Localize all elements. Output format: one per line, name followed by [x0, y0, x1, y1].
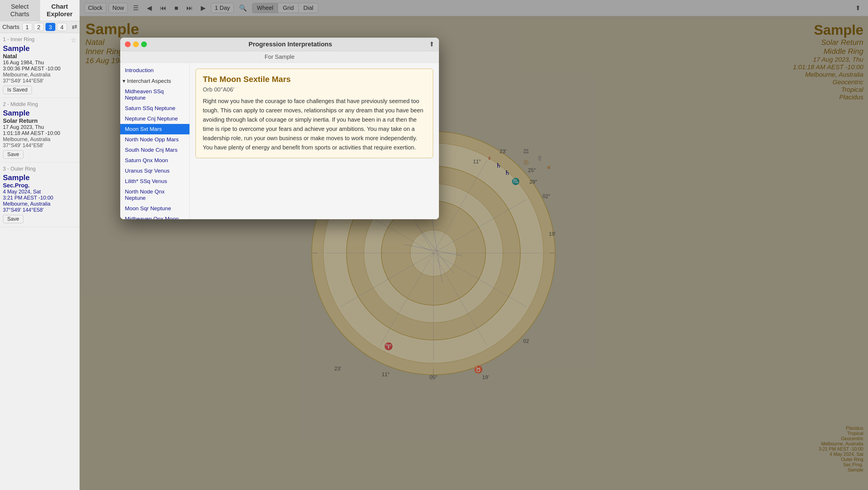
chart-3-time: 3:21 PM AEST -10:00: [3, 195, 76, 201]
modal-export-button[interactable]: ⬆: [429, 40, 434, 48]
chart-1-type: Natal: [3, 53, 76, 60]
nav-item-neptune-cnj-neptune[interactable]: Neptune Cnj Neptune: [120, 113, 189, 124]
nav-item-saturn-qnx-moon[interactable]: Saturn Qnx Moon: [120, 155, 189, 166]
chart-num-2[interactable]: 2: [34, 23, 44, 31]
chart-2-coords: 37°S49' 144°E58': [3, 142, 76, 149]
chart-panel-1: 1 - Inner Ring ☆ Sample Natal 16 Aug 198…: [0, 33, 80, 98]
chart-panel-2: 2 - Middle Ring Sample Solar Return 17 A…: [0, 98, 80, 162]
interpretation-text: Right now you have the courage to face c…: [203, 96, 426, 152]
nav-section-interchart[interactable]: ▾ Interchart Aspects: [120, 75, 189, 86]
chart-1-time: 3:00:36 PM AEST -10:00: [3, 66, 76, 72]
nav-item-south-node-cnj-mars[interactable]: South Node Cnj Mars: [120, 145, 189, 155]
modal-title: Progression Interpretations: [152, 40, 429, 48]
save-button-2[interactable]: Save: [3, 150, 24, 159]
tab-chart-explorer[interactable]: Chart Explorer: [40, 0, 80, 21]
interpretation-title: The Moon Sextile Mars: [203, 75, 426, 84]
chart-2-type: Solar Return: [3, 118, 76, 124]
charts-nav: Charts 1 2 3 4 ⇄: [0, 21, 80, 33]
chart-3-name: Sample: [3, 173, 76, 182]
interpretation-card: The Moon Sextile Mars Orb 00°A06' Right …: [195, 69, 433, 158]
chart-2-location: Melbourne, Australia: [3, 136, 76, 142]
chart-1-coords: 37°S49' 144°E58': [3, 78, 76, 84]
tab-select-charts[interactable]: Select Charts: [0, 0, 40, 21]
chart-2-ring-label: 2 - Middle Ring: [3, 101, 76, 107]
nav-item-north-node-opp-mars[interactable]: North Node Opp Mars: [120, 134, 189, 145]
chart-3-date: 4 May 2024, Sat: [3, 189, 76, 195]
nav-item-midheaven-ssq-neptune[interactable]: Midheaven SSq Neptune: [120, 86, 189, 103]
sidebar-tabs: Select Charts Chart Explorer: [0, 0, 80, 21]
chart-3-location: Melbourne, Australia: [3, 201, 76, 207]
modal-subtitle: For Sample: [120, 51, 439, 63]
shuffle-icon[interactable]: ⇄: [72, 23, 77, 31]
is-saved-button[interactable]: Is Saved: [3, 86, 32, 94]
nav-item-introduction[interactable]: Introduction: [120, 65, 189, 75]
modal-body: Introduction ▾ Interchart Aspects Midhea…: [120, 63, 439, 219]
nav-item-moon-sqr-neptune[interactable]: Moon Sqr Neptune: [120, 203, 189, 214]
traffic-lights: [125, 41, 147, 47]
modal-titlebar: Progression Interpretations ⬆: [120, 38, 439, 51]
chart-1-name: Sample: [3, 44, 76, 53]
modal-content: The Moon Sextile Mars Orb 00°A06' Right …: [190, 63, 439, 219]
nav-item-midheaven-qnx-moon[interactable]: Midheaven Qnx Moon: [120, 214, 189, 219]
chart-3-ring-label: 3 - Outer Ring: [3, 166, 76, 172]
nav-item-north-node-qnx-neptune[interactable]: North Node Qnx Neptune: [120, 187, 189, 203]
chart-1-location: Melbourne, Australia: [3, 72, 76, 78]
charts-label: Charts: [2, 24, 20, 30]
chart-num-3[interactable]: 3: [45, 23, 55, 31]
chart-3-coords: 37°S49' 144°E58': [3, 207, 76, 213]
chart-num-1[interactable]: 1: [22, 23, 32, 31]
chart-3-type: Sec.Prog.: [3, 182, 76, 189]
save-button-3[interactable]: Save: [3, 215, 24, 223]
main-area: Clock Now ☰ ◀ ⏮ ■ ⏭ ▶ 1 Day 🔍 Wheel Grid…: [80, 0, 868, 490]
star-icon-1[interactable]: ☆: [71, 36, 76, 44]
nav-item-moon-sxt-mars[interactable]: Moon Sxt Mars: [120, 124, 189, 134]
nav-item-saturn-ssq-neptune[interactable]: Saturn SSq Neptune: [120, 103, 189, 113]
chart-2-name: Sample: [3, 108, 76, 118]
chart-num-4[interactable]: 4: [57, 23, 67, 31]
chart-1-ring-label: 1 - Inner Ring: [3, 36, 34, 42]
interpretation-orb: Orb 00°A06': [203, 86, 426, 93]
modal-window: Progression Interpretations ⬆ For Sample…: [120, 38, 439, 219]
chart-1-header: 1 - Inner Ring ☆: [3, 36, 76, 44]
close-window-button[interactable]: [125, 41, 131, 47]
chart-1-date: 16 Aug 1984, Thu: [3, 60, 76, 66]
maximize-window-button[interactable]: [141, 41, 147, 47]
modal-nav: Introduction ▾ Interchart Aspects Midhea…: [120, 63, 190, 219]
chart-panel-3: 3 - Outer Ring Sample Sec.Prog. 4 May 20…: [0, 162, 80, 227]
sidebar: Select Charts Chart Explorer Charts 1 2 …: [0, 0, 80, 490]
nav-item-lilith-ssq-venus[interactable]: Lilith* SSq Venus: [120, 176, 189, 187]
chart-2-date: 17 Aug 2023, Thu: [3, 124, 76, 130]
nav-item-uranus-sqr-venus[interactable]: Uranus Sqr Venus: [120, 166, 189, 176]
chart-2-time: 1:01:18 AM AEST -10:00: [3, 130, 76, 136]
minimize-window-button[interactable]: [133, 41, 139, 47]
